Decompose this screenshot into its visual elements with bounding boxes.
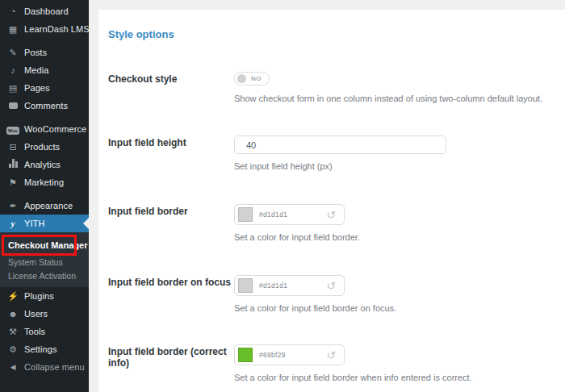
- menu-separator: [0, 191, 89, 197]
- sidebar-item-yith-active[interactable]: y YITH: [0, 215, 89, 232]
- toggle-knob: [237, 74, 246, 83]
- sidebar-item-plugins[interactable]: ⚡ Plugins: [0, 287, 89, 305]
- sidebar-item-tools[interactable]: ⚒ Tools: [0, 323, 89, 340]
- submenu-item-checkout-manager[interactable]: Checkout Manager: [0, 236, 89, 255]
- products-icon: ⊟: [6, 140, 19, 153]
- option-description: Set a color for input field border.: [234, 231, 549, 243]
- reset-color-icon[interactable]: ↺: [327, 350, 337, 361]
- sidebar-item-label: Settings: [24, 344, 57, 354]
- settings-panel: Style options Checkout style NO Show che…: [98, 10, 565, 392]
- option-control: #d1d1d1 ↺ Set a color for input field bo…: [234, 204, 549, 243]
- border-focus-color-picker[interactable]: #d1d1d1 ↺: [234, 275, 345, 296]
- sidebar-item-label: Appearance: [24, 201, 73, 211]
- sidebar-item-label: Analytics: [24, 160, 61, 169]
- submenu-item-label: System Status: [8, 257, 63, 267]
- sidebar-item-label: Collapse menu: [24, 362, 85, 372]
- color-hex-value: #d1d1d1: [259, 211, 287, 219]
- menu-separator: [0, 115, 89, 120]
- option-control: #69bf29 ↺ Set a color for input field bo…: [234, 344, 549, 383]
- pages-icon: ▤: [6, 81, 19, 94]
- option-row-border-correct-color: Input field border (correct info) #69bf2…: [108, 344, 549, 383]
- sidebar-item-learndash[interactable]: ▦ LearnDash LMS: [0, 20, 89, 38]
- color-swatch[interactable]: [238, 207, 253, 222]
- color-swatch[interactable]: [238, 278, 253, 293]
- option-label: Input field border (correct info): [108, 344, 234, 383]
- option-description: Set a color for input field border on fo…: [234, 302, 549, 314]
- color-hex-value: #69bf29: [259, 351, 286, 359]
- sidebar-item-label: Plugins: [24, 291, 54, 301]
- sidebar-item-marketing[interactable]: ⚑ Marketing: [0, 173, 89, 191]
- reset-color-icon[interactable]: ↺: [327, 210, 337, 220]
- sidebar-item-label: WooCommerce: [24, 124, 86, 134]
- sidebar-item-label: Comments: [24, 101, 68, 111]
- sidebar-item-woocommerce[interactable]: Woo WooCommerce: [0, 120, 89, 138]
- sidebar-item-label: Pages: [24, 83, 50, 93]
- analytics-bars-icon: [6, 158, 19, 171]
- admin-sidebar: ◔ Dashboard ▦ LearnDash LMS ✎ Posts ♪ Me…: [0, 0, 89, 392]
- posts-pin-icon: ✎: [6, 46, 19, 59]
- option-description: Set input field height (px): [234, 161, 549, 172]
- color-swatch[interactable]: [238, 348, 253, 362]
- sidebar-item-label: Media: [24, 65, 48, 75]
- sidebar-item-label: Tools: [24, 327, 45, 336]
- option-control: #d1d1d1 ↺ Set a color for input field bo…: [234, 275, 549, 314]
- toggle-state-label: NO: [251, 75, 262, 82]
- option-row-border-color: Input field border #d1d1d1 ↺ Set a color…: [108, 204, 549, 243]
- woocommerce-icon: Woo: [6, 123, 19, 136]
- option-label: Checkout style: [108, 72, 234, 104]
- submenu-item-system-status[interactable]: System Status: [0, 255, 89, 269]
- yith-logo-icon: y: [6, 217, 19, 230]
- submenu-item-label: Checkout Manager: [8, 240, 87, 250]
- yith-submenu: Checkout Manager System Status License A…: [0, 232, 89, 287]
- submenu-item-label: License Activation: [8, 271, 76, 281]
- sidebar-item-collapse-menu[interactable]: ◀ Collapse menu: [0, 358, 89, 376]
- sidebar-item-label: LearnDash LMS: [24, 24, 90, 34]
- comments-bubble-icon: [6, 99, 19, 112]
- sidebar-item-label: YITH: [24, 219, 44, 228]
- appearance-brush-icon: ✒: [6, 199, 19, 212]
- learndash-icon: ▦: [6, 23, 19, 35]
- option-description: Show checkout form in one column instead…: [234, 93, 549, 104]
- option-row-checkout-style: Checkout style NO Show checkout form in …: [108, 72, 549, 104]
- wordpress-admin: ◔ Dashboard ▦ LearnDash LMS ✎ Posts ♪ Me…: [0, 0, 565, 392]
- option-row-border-focus-color: Input field border on focus #d1d1d1 ↺ Se…: [108, 275, 549, 314]
- color-hex-value: #d1d1d1: [259, 281, 287, 290]
- option-label: Input field border on focus: [108, 275, 234, 314]
- option-control: NO Show checkout form in one column inst…: [234, 72, 549, 104]
- sidebar-item-analytics[interactable]: Analytics: [0, 156, 89, 173]
- marketing-megaphone-icon: ⚑: [6, 176, 19, 189]
- input-field-height-input[interactable]: [234, 136, 446, 154]
- sidebar-item-posts[interactable]: ✎ Posts: [0, 44, 89, 61]
- sidebar-item-pages[interactable]: ▤ Pages: [0, 79, 89, 97]
- sidebar-item-settings[interactable]: ⚙ Settings: [0, 340, 89, 358]
- option-label: Input field height: [108, 136, 234, 172]
- sidebar-item-label: Posts: [24, 48, 47, 57]
- sidebar-item-label: Dashboard: [24, 6, 69, 16]
- settings-sliders-icon: ⚙: [6, 343, 19, 356]
- option-control: Set input field height (px): [234, 136, 549, 172]
- option-row-input-height: Input field height Set input field heigh…: [108, 136, 549, 172]
- sidebar-item-appearance[interactable]: ✒ Appearance: [0, 197, 89, 215]
- sidebar-item-products[interactable]: ⊟ Products: [0, 138, 89, 156]
- tools-wrench-icon: ⚒: [6, 325, 19, 338]
- reset-color-icon[interactable]: ↺: [327, 281, 337, 291]
- dashboard-icon: ◔: [6, 5, 19, 18]
- users-person-icon: ☻: [6, 307, 19, 320]
- option-description: Set a color for input field border when …: [234, 372, 549, 383]
- border-correct-color-picker[interactable]: #69bf29 ↺: [234, 344, 345, 365]
- sidebar-item-users[interactable]: ☻ Users: [0, 305, 89, 323]
- media-icon: ♪: [6, 64, 19, 77]
- option-label: Input field border: [108, 204, 234, 243]
- collapse-arrow-icon: ◀: [6, 361, 19, 373]
- sidebar-item-label: Users: [24, 309, 48, 319]
- sidebar-item-dashboard[interactable]: ◔ Dashboard: [0, 2, 89, 20]
- section-title: Style options: [108, 29, 549, 40]
- sidebar-item-media[interactable]: ♪ Media: [0, 61, 89, 79]
- submenu-item-license-activation[interactable]: License Activation: [0, 269, 89, 282]
- sidebar-item-label: Marketing: [24, 177, 64, 187]
- sidebar-item-comments[interactable]: Comments: [0, 97, 89, 115]
- checkout-style-toggle[interactable]: NO: [234, 72, 270, 85]
- menu-separator: [0, 38, 89, 44]
- border-color-picker[interactable]: #d1d1d1 ↺: [234, 204, 345, 225]
- sidebar-item-label: Products: [24, 142, 60, 152]
